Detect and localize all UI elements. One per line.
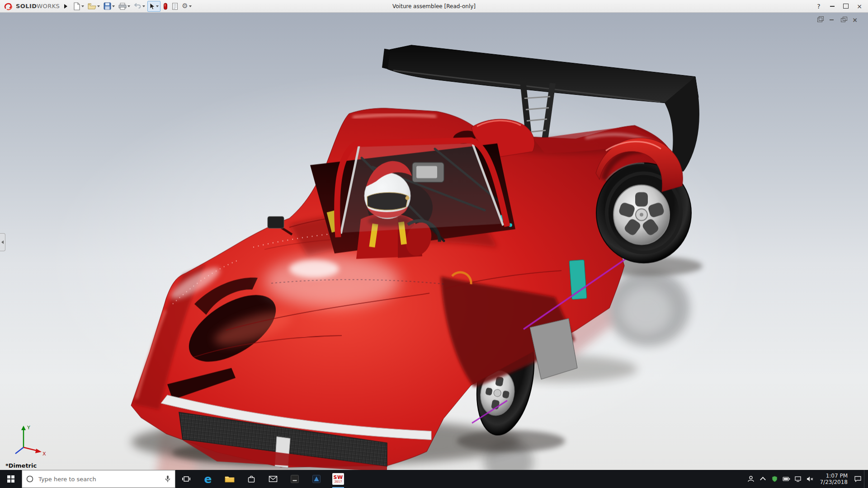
print-icon [118, 3, 127, 10]
open-button[interactable] [86, 1, 101, 11]
action-center-button[interactable] [852, 470, 863, 488]
caret-down-icon [189, 5, 192, 7]
save-icon [104, 2, 111, 10]
x-axis-arrow [35, 449, 42, 453]
show-desktop-button[interactable] [864, 470, 868, 488]
cortana-circle-icon [26, 475, 34, 483]
help-button[interactable]: ? [812, 0, 826, 12]
gear-icon: ⚙ [182, 3, 188, 9]
ds-logo-icon [4, 2, 14, 10]
open-folder-icon [88, 3, 96, 10]
maximize-icon [843, 4, 849, 9]
screen: SOLIDWORKS [0, 0, 868, 488]
menu-expand-arrow[interactable] [64, 4, 67, 9]
select-arrow-icon [149, 3, 155, 10]
taskbar-app-solidworks[interactable]: SW 2017 [327, 470, 349, 488]
new-document-icon [73, 2, 80, 10]
new-document-button[interactable] [72, 1, 85, 11]
3d-scene[interactable] [0, 13, 868, 470]
left-mirror [268, 216, 284, 228]
task-view-button[interactable] [175, 470, 197, 488]
brand-text: SOLIDWORKS [16, 3, 60, 9]
maximize-button[interactable] [839, 0, 853, 12]
teal-side-panel [569, 260, 587, 300]
undo-button[interactable] [132, 1, 146, 11]
document-options-button[interactable] [170, 1, 179, 11]
doc-restore-button[interactable] [839, 16, 847, 23]
solidworks-logo: SOLIDWORKS [0, 2, 62, 10]
network-icon [794, 476, 802, 482]
task-view-icon [182, 475, 191, 483]
taskbar-app-blue-shape[interactable] [306, 470, 327, 488]
taskbar-app-file-explorer[interactable] [219, 470, 241, 488]
settings-button[interactable]: ⚙ [180, 1, 193, 11]
caret-down-icon [97, 5, 100, 7]
graphics-viewport[interactable]: × Y X *Dimetric [0, 13, 868, 470]
start-button[interactable] [0, 470, 22, 488]
minimize-icon [830, 6, 835, 7]
doc-minimize-button[interactable] [827, 16, 835, 23]
view-orientation-label: *Dimetric [5, 462, 37, 469]
y-axis-label: Y [27, 425, 30, 431]
battery-tray-button[interactable] [781, 470, 792, 488]
taskbar-search[interactable] [22, 470, 175, 488]
people-button[interactable] [745, 470, 756, 488]
collapse-arrow-icon [1, 240, 4, 244]
titlebar: SOLIDWORKS [0, 0, 868, 13]
select-tool-button[interactable] [147, 1, 160, 12]
cascade-icon [817, 18, 822, 22]
edge-icon: e [204, 474, 212, 485]
caret-down-icon [81, 5, 84, 7]
shield-icon [771, 475, 778, 483]
minimize-button[interactable] [826, 0, 839, 12]
user-icon [747, 475, 755, 483]
taskbar-app-mail[interactable] [262, 470, 284, 488]
print-button[interactable] [117, 1, 132, 11]
volume-tray-button[interactable] [804, 470, 815, 488]
caret-down-icon [142, 5, 145, 7]
feature-panel-collapse-tab[interactable] [0, 233, 5, 251]
orientation-triad: Y X [8, 422, 49, 458]
x-axis-label: X [42, 451, 46, 457]
solidworks-2017-icon: SW 2017 [332, 473, 344, 485]
taskbar-app-dark-window[interactable] [284, 470, 306, 488]
doc-minimize-icon [830, 19, 834, 20]
mail-icon [269, 475, 278, 483]
store-bag-icon [247, 474, 256, 483]
main-toolbar: ⚙ [72, 1, 193, 12]
network-tray-button[interactable] [793, 470, 803, 488]
clock-date: 7/23/2018 [820, 479, 848, 485]
search-input[interactable] [38, 475, 160, 483]
dark-window-icon [290, 474, 299, 483]
doc-close-button[interactable]: × [851, 16, 859, 23]
z-axis-arrow [15, 447, 24, 454]
file-explorer-icon [225, 475, 235, 483]
hidden-icons-button[interactable] [757, 470, 768, 488]
window-controls: ? × [812, 0, 866, 12]
document-window-controls: × [816, 16, 859, 23]
cascade-windows-button[interactable] [816, 16, 824, 23]
appearance-ball-icon [163, 3, 168, 10]
undo-icon [134, 3, 142, 9]
windows-logo-icon [7, 475, 14, 483]
action-center-icon [854, 475, 862, 483]
caret-down-icon [127, 5, 130, 7]
caret-down-icon [156, 5, 159, 7]
taskbar-app-edge[interactable]: e [197, 470, 219, 488]
chevron-up-icon [760, 477, 766, 483]
microphone-icon[interactable] [164, 475, 171, 483]
save-button[interactable] [102, 1, 116, 11]
appearances-button[interactable] [161, 1, 170, 11]
blue-shape-icon [312, 474, 321, 483]
taskbar-app-store[interactable] [241, 470, 262, 488]
doc-restore-icon [841, 18, 845, 22]
close-button[interactable]: × [853, 0, 866, 12]
options-sheet-icon [172, 3, 178, 10]
taskbar-clock[interactable]: 1:07 PM 7/23/2018 [816, 473, 851, 485]
doc-close-icon: × [852, 17, 858, 23]
system-tray: 1:07 PM 7/23/2018 [745, 470, 868, 488]
security-tray-button[interactable] [769, 470, 780, 488]
clock-time: 1:07 PM [826, 473, 848, 479]
volume-muted-icon [806, 476, 814, 482]
taskbar: e [0, 470, 868, 488]
